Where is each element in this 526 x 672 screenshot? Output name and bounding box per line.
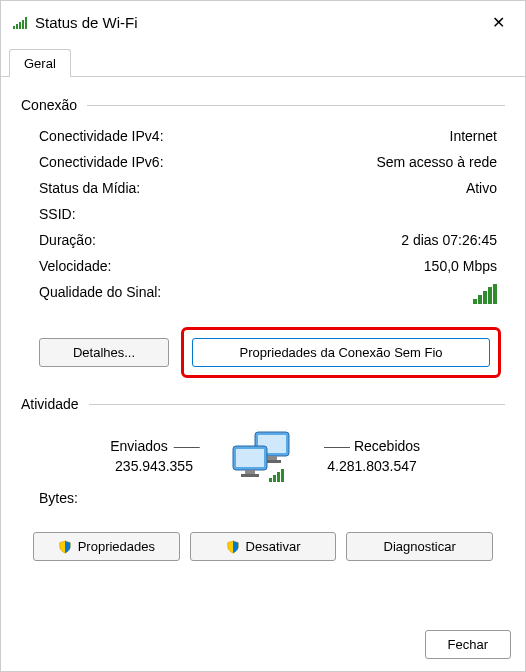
ipv4-label: Conectividade IPv4: [39,128,164,144]
ipv6-label: Conectividade IPv6: [39,154,164,170]
tab-general[interactable]: Geral [9,49,71,77]
content-area: Conexão Conectividade IPv4: Internet Con… [1,77,525,618]
bottom-bar: Fechar [1,618,525,671]
svg-rect-6 [245,470,255,474]
shield-icon [226,540,240,554]
speed-label: Velocidade: [39,258,111,274]
sent-value: 235.943.355 [89,458,219,474]
tab-bar: Geral [1,44,525,77]
details-button[interactable]: Detalhes... [39,338,169,367]
wifi-icon [13,17,27,29]
shield-icon [58,540,72,554]
dash-icon: —— [174,438,198,454]
signal-label: Qualidade do Sinal: [39,284,161,304]
bytes-label: Bytes: [21,486,505,524]
svg-rect-8 [269,478,272,482]
divider [87,105,505,106]
received-label: Recebidos [354,438,420,454]
properties-button-label: Propriedades [78,539,155,554]
activity-body: Enviados —— 235.943.355 [21,422,505,486]
signal-bars-icon [473,284,497,304]
activity-section-label: Atividade [21,396,79,412]
window-title: Status de Wi-Fi [35,14,138,31]
ssid-row: SSID: [21,201,505,227]
media-row: Status da Mídia: Ativo [21,175,505,201]
speed-value: 150,0 Mbps [424,258,497,274]
ipv6-value: Sem acesso à rede [376,154,497,170]
network-monitors-icon [227,428,299,484]
properties-button[interactable]: Propriedades [33,532,180,561]
ssid-label: SSID: [39,206,76,222]
ipv4-value: Internet [450,128,497,144]
diagnose-button[interactable]: Diagnosticar [346,532,493,561]
duration-row: Duração: 2 dias 07:26:45 [21,227,505,253]
sent-label: Enviados [110,438,168,454]
dash-icon: —— [324,438,348,454]
duration-label: Duração: [39,232,96,248]
svg-rect-9 [273,475,276,482]
connection-section-header: Conexão [21,97,505,113]
titlebar: Status de Wi-Fi ✕ [1,1,525,44]
wifi-status-window: Status de Wi-Fi ✕ Geral Conexão Conectiv… [0,0,526,672]
speed-row: Velocidade: 150,0 Mbps [21,253,505,279]
disable-button[interactable]: Desativar [190,532,337,561]
svg-rect-7 [241,474,259,477]
media-value: Ativo [466,180,497,196]
ipv6-row: Conectividade IPv6: Sem acesso à rede [21,149,505,175]
svg-rect-5 [236,449,264,467]
svg-rect-11 [281,469,284,482]
divider [89,404,505,405]
connection-section-label: Conexão [21,97,77,113]
ipv4-row: Conectividade IPv4: Internet [21,123,505,149]
media-label: Status da Mídia: [39,180,140,196]
received-value: 4.281.803.547 [307,458,437,474]
svg-rect-10 [277,472,280,482]
activity-section-header: Atividade [21,396,505,412]
footer-buttons: Propriedades Desativar Diagnosticar [21,524,505,565]
received-column: —— Recebidos 4.281.803.547 [307,438,437,474]
signal-row: Qualidade do Sinal: [21,279,505,309]
close-button[interactable]: Fechar [425,630,511,659]
highlight-wireless-props: Propriedades da Conexão Sem Fio [181,327,501,378]
close-icon[interactable]: ✕ [484,9,513,36]
disable-button-label: Desativar [246,539,301,554]
duration-value: 2 dias 07:26:45 [401,232,497,248]
sent-column: Enviados —— 235.943.355 [89,438,219,474]
svg-rect-2 [267,456,277,460]
wireless-properties-button[interactable]: Propriedades da Conexão Sem Fio [192,338,490,367]
